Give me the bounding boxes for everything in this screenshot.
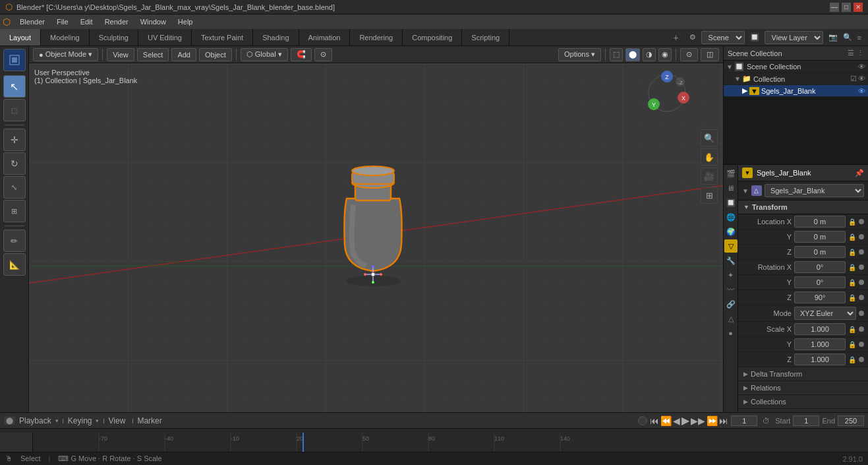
lock-y-icon[interactable]: 🔒 [848,233,856,241]
jump-end-btn[interactable]: ⏭ [719,416,728,426]
menu-window[interactable]: Window [135,16,171,27]
scale-lock-z-icon[interactable]: 🔒 [848,356,856,363]
viewport-canvas[interactable]: User Perspective (1) Collection | Sgels_… [29,63,723,412]
annotate-btn[interactable]: ✏ [3,230,26,252]
rot-keyframe-x-dot[interactable] [859,264,864,270]
box-select-btn[interactable]: ⬚ [3,99,26,121]
search-icon[interactable]: 🔍 [843,33,852,42]
scale-keyframe-y-dot[interactable] [859,342,864,347]
scale-lock-y-icon[interactable]: 🔒 [848,341,856,348]
scene-props-tab[interactable]: 🌐 [724,210,738,224]
global-btn[interactable]: ⬡ Global ▾ [241,48,288,61]
menu-file[interactable]: File [51,16,74,27]
delta-transform-header[interactable]: ▶ Delta Transform [738,367,868,381]
keyframe-dot[interactable] [638,416,647,425]
collections-header[interactable]: ▶ Collections [738,395,868,408]
rotation-y-value[interactable]: 0° [794,276,846,288]
tab-sculpting[interactable]: Sculpting [90,29,138,46]
solid-btn[interactable]: ⬤ [625,48,640,61]
view-layer-selector[interactable]: View Layer [765,31,823,44]
keyframe-x-dot[interactable] [859,219,864,224]
tab-uv-editing[interactable]: UV Editing [138,29,192,46]
tab-compositing[interactable]: Compositing [403,29,462,46]
data-name-selector[interactable]: Sgels_Jar_Blank [765,184,864,197]
menu-help[interactable]: Help [173,16,198,27]
add-menu-btn[interactable]: Add [171,48,196,61]
lock-x-icon[interactable]: 🔒 [848,218,856,226]
select-menu-btn[interactable]: Select [137,48,169,61]
object-props-tab[interactable]: ▽ [724,239,738,253]
wireframe-btn[interactable]: ⬚ [610,48,623,61]
tab-shading[interactable]: Shading [253,29,299,46]
transform-section-header[interactable]: ▼ Transform [738,201,868,214]
object-visibility-icon[interactable]: 👁 [858,87,865,95]
measure-btn[interactable]: 📐 [3,253,26,276]
tab-scripting[interactable]: Scripting [462,29,509,46]
tab-rendering[interactable]: Rendering [350,29,403,46]
timeline-track[interactable]: -70 -40 -10 20 50 80 110 140 [0,429,868,452]
location-z-value[interactable]: 0 m [794,246,846,258]
output-props-tab[interactable]: 🖥 [724,181,738,195]
relations-header[interactable]: ▶ Relations [738,381,868,394]
mode-dot[interactable] [859,311,864,316]
scene-selector[interactable]: Scene [701,31,745,44]
xray-btn[interactable]: ◫ [701,48,719,61]
current-frame-input[interactable] [731,416,757,426]
material-preview-btn[interactable]: ◑ [643,48,656,61]
scale-y-value[interactable]: 1.000 [794,338,846,350]
prev-keyframe-btn[interactable]: ⏪ [660,416,672,426]
rotation-mode-select[interactable]: XYZ Euler [794,307,856,320]
select-tool-btn[interactable]: ↖ [3,75,26,98]
menu-blender[interactable]: Blender [14,16,50,27]
collection-checkbox[interactable]: ☑ [850,75,857,83]
data-props-tab[interactable]: △ [724,312,738,325]
rotation-z-value[interactable]: 90° [794,292,846,303]
minimize-button[interactable]: — [830,3,839,12]
outliner-item-scene-collection[interactable]: ▼ 🔲 Scene Collection 👁 [724,61,868,73]
end-frame-input[interactable] [838,416,864,426]
scale-x-value[interactable]: 1.000 [794,323,846,335]
constraints-props-tab[interactable]: 🔗 [724,297,738,311]
mode-icon-btn[interactable] [3,49,26,71]
scale-keyframe-x-dot[interactable] [859,326,864,332]
physics-props-tab[interactable]: 〰 [724,283,738,296]
pin-button[interactable]: 📌 [855,169,864,177]
keyframe-y-dot[interactable] [859,234,864,239]
world-props-tab[interactable]: 🌍 [724,225,738,238]
scene-collection-visibility-icon[interactable]: 👁 [858,63,865,71]
start-frame-input[interactable] [793,416,819,426]
object-mode-btn[interactable]: ● Object Mode ▾ [33,48,98,61]
rotation-x-value[interactable]: 0° [794,261,846,273]
close-button[interactable]: ✕ [854,3,863,12]
scale-lock-x-icon[interactable]: 🔒 [848,326,856,333]
zoom-icon-btn[interactable]: 🔍 [701,129,718,146]
add-workspace-button[interactable]: + [673,32,678,43]
object-menu-btn[interactable]: Object [199,48,232,61]
view-menu-btn[interactable]: View [107,48,134,61]
next-frame-btn[interactable]: ▶▶ [691,416,705,426]
view-layer-props-tab[interactable]: 🔲 [724,196,738,209]
location-x-value[interactable]: 0 m [794,216,846,228]
move-tool-btn[interactable]: ✛ [3,129,26,151]
proportional-btn[interactable]: ⊙ [314,48,332,61]
rot-keyframe-z-dot[interactable] [859,295,864,300]
scale-tool-btn[interactable]: ⤡ [3,176,26,199]
overlay-btn[interactable]: ⊙ [680,48,698,61]
rot-lock-z-icon[interactable]: 🔒 [848,294,856,301]
options-btn[interactable]: Options ▾ [558,48,601,61]
jump-start-btn[interactable]: ⏮ [650,416,659,426]
pan-icon-btn[interactable]: ✋ [701,148,718,166]
modifier-props-tab[interactable]: 🔧 [724,254,738,267]
collection-visibility-icon[interactable]: 👁 [858,75,865,83]
keying-label[interactable]: Keying [65,415,95,427]
outliner-item-jar[interactable]: ▶ ▼ Sgels_Jar_Blank 👁 [724,85,868,97]
rot-lock-y-icon[interactable]: 🔒 [848,279,856,286]
keyframe-z-dot[interactable] [859,249,864,255]
tab-animation[interactable]: Animation [299,29,351,46]
camera-view-btn[interactable]: 🎥 [701,168,718,185]
scale-keyframe-z-dot[interactable] [859,357,864,362]
lock-z-icon[interactable]: 🔒 [848,249,856,256]
timeline-frames[interactable]: -70 -40 -10 20 50 80 110 140 [33,433,868,452]
playback-label[interactable]: Playback [16,415,54,427]
render-props-tab[interactable]: 🎬 [724,167,738,180]
